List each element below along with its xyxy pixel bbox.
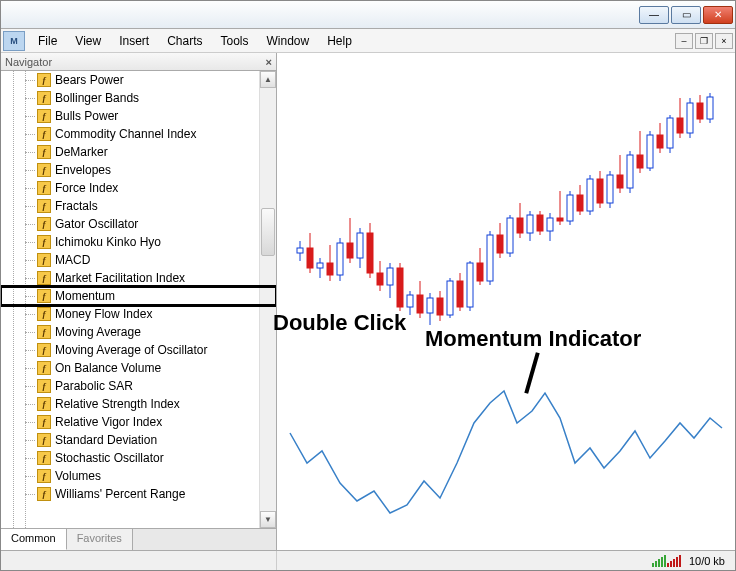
navigator-header: Navigator × [1,53,276,71]
indicator-item[interactable]: fIchimoku Kinko Hyo [1,233,276,251]
indicator-item[interactable]: fRelative Strength Index [1,395,276,413]
app-window: — ▭ ✕ M File View Insert Charts Tools Wi… [0,0,736,571]
svg-rect-21 [397,268,403,307]
indicator-label: Relative Strength Index [55,397,180,411]
svg-rect-75 [667,118,673,148]
close-button[interactable]: ✕ [703,6,733,24]
svg-rect-61 [597,179,603,203]
mdi-minimize-button[interactable]: – [675,33,693,49]
function-icon: f [37,163,51,177]
indicator-item[interactable]: fStochastic Oscillator [1,449,276,467]
function-icon: f [37,91,51,105]
scroll-up-button[interactable]: ▲ [260,71,276,88]
indicator-item[interactable]: fMoney Flow Index [1,305,276,323]
indicator-item[interactable]: fGator Oscillator [1,215,276,233]
status-right: 10/0 kb [652,555,735,567]
indicator-label: Ichimoku Kinko Hyo [55,235,161,249]
menu-tools[interactable]: Tools [212,30,258,52]
indicator-item[interactable]: fFractals [1,197,276,215]
navigator-close-icon[interactable]: × [266,56,272,68]
indicator-label: Money Flow Index [55,307,152,321]
indicator-label: Volumes [55,469,101,483]
chart-area[interactable]: Double Click Momentum Indicator [277,53,735,550]
tab-common[interactable]: Common [1,529,67,550]
indicator-item[interactable]: fDeMarker [1,143,276,161]
indicator-item[interactable]: fWilliams' Percent Range [1,485,276,503]
mdi-close-button[interactable]: × [715,33,733,49]
indicator-item[interactable]: fParabolic SAR [1,377,276,395]
function-icon: f [37,271,51,285]
indicator-item[interactable]: fBulls Power [1,107,276,125]
indicator-item[interactable]: fStandard Deviation [1,431,276,449]
indicator-label: Gator Oscillator [55,217,138,231]
function-icon: f [37,307,51,321]
menu-help[interactable]: Help [318,30,361,52]
function-icon: f [37,73,51,87]
svg-rect-15 [367,233,373,273]
indicator-item[interactable]: fCommodity Channel Index [1,125,276,143]
mdi-restore-button[interactable]: ❐ [695,33,713,49]
svg-rect-29 [437,298,443,315]
indicator-label: Parabolic SAR [55,379,133,393]
indicator-label: Relative Vigor Index [55,415,162,429]
menu-insert[interactable]: Insert [110,30,158,52]
indicator-item[interactable]: fRelative Vigor Index [1,413,276,431]
indicator-item[interactable]: fMACD [1,251,276,269]
indicator-item[interactable]: fBollinger Bands [1,89,276,107]
svg-rect-71 [647,135,653,168]
indicator-label: Bears Power [55,73,124,87]
indicator-label: Market Facilitation Index [55,271,185,285]
indicator-item[interactable]: fMoving Average of Oscillator [1,341,276,359]
menu-file[interactable]: File [29,30,66,52]
indicator-label: Bollinger Bands [55,91,139,105]
function-icon: f [37,379,51,393]
indicator-label: Moving Average [55,325,141,339]
svg-rect-25 [417,295,423,313]
indicator-label: MACD [55,253,90,267]
indicator-label: Envelopes [55,163,111,177]
menu-charts[interactable]: Charts [158,30,211,52]
menu-view[interactable]: View [66,30,110,52]
app-icon: M [3,31,25,51]
titlebar: — ▭ ✕ [1,1,735,29]
scroll-thumb[interactable] [261,208,275,256]
function-icon: f [37,361,51,375]
svg-rect-7 [327,263,333,275]
svg-rect-35 [467,263,473,307]
svg-rect-59 [587,179,593,211]
indicator-label: On Balance Volume [55,361,161,375]
indicator-item[interactable]: fOn Balance Volume [1,359,276,377]
svg-rect-69 [637,155,643,168]
navigator-panel: Navigator × fBears PowerfBollinger Bands… [1,53,277,550]
svg-rect-57 [577,195,583,211]
svg-rect-55 [567,195,573,221]
function-icon: f [37,145,51,159]
svg-rect-81 [697,103,703,119]
indicator-label: Standard Deviation [55,433,157,447]
maximize-button[interactable]: ▭ [671,6,701,24]
function-icon: f [37,415,51,429]
indicator-label: Force Index [55,181,118,195]
menu-window[interactable]: Window [258,30,319,52]
svg-rect-9 [337,243,343,275]
minimize-button[interactable]: — [639,6,669,24]
function-icon: f [37,289,51,303]
svg-rect-41 [497,235,503,253]
indicator-item[interactable]: fBears Power [1,71,276,89]
function-icon: f [37,253,51,267]
indicator-label: Commodity Channel Index [55,127,196,141]
function-icon: f [37,235,51,249]
indicator-item[interactable]: fMomentum [1,287,276,305]
indicator-item[interactable]: fEnvelopes [1,161,276,179]
indicator-item[interactable]: fMoving Average [1,323,276,341]
indicator-item[interactable]: fMarket Facilitation Index [1,269,276,287]
function-icon: f [37,181,51,195]
indicator-item[interactable]: fForce Index [1,179,276,197]
function-icon: f [37,433,51,447]
navigator-tabs: Common Favorites [1,528,276,550]
status-transfer: 10/0 kb [689,555,725,567]
scroll-down-button[interactable]: ▼ [260,511,276,528]
tab-favorites[interactable]: Favorites [67,529,133,550]
svg-rect-37 [477,263,483,281]
indicator-item[interactable]: fVolumes [1,467,276,485]
